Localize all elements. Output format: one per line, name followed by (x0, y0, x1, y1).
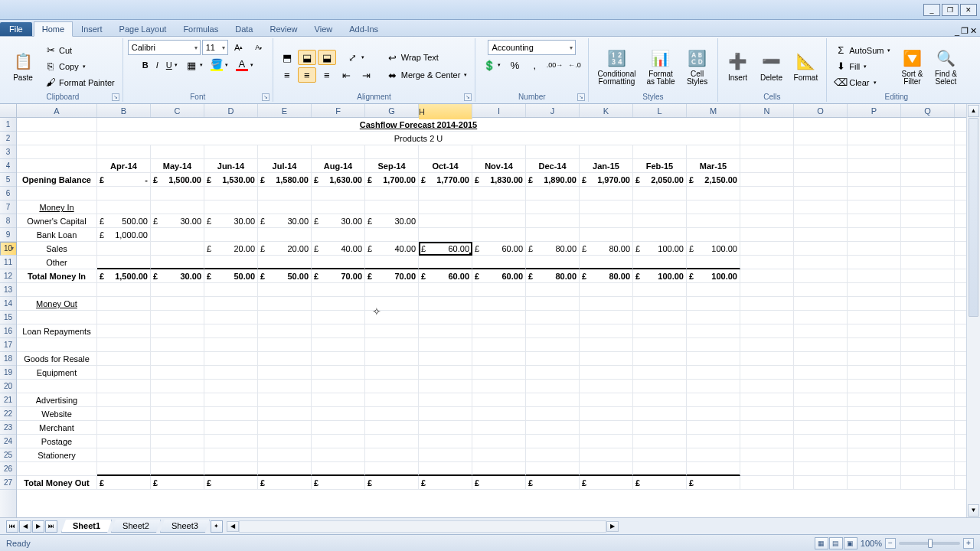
align-center-button[interactable]: ≡ (298, 67, 316, 83)
cell[interactable]: £ (97, 476, 151, 490)
file-tab[interactable]: File (0, 22, 32, 36)
title-cell[interactable]: Cashflow Forecast 2014-2015 (97, 118, 740, 132)
row-header-12[interactable]: 12 (0, 269, 16, 283)
cell[interactable] (687, 145, 740, 159)
cell[interactable] (312, 311, 365, 324)
col-header-P[interactable]: P (848, 104, 901, 117)
cell[interactable]: £30.00 (151, 214, 204, 228)
cell[interactable]: £70.00 (365, 269, 419, 283)
row-header-15[interactable]: 15 (0, 311, 16, 324)
number-format-select[interactable]: Accounting (488, 40, 576, 55)
cell[interactable] (740, 118, 794, 132)
increase-indent-button[interactable]: ⇥ (358, 67, 376, 83)
vertical-scrollbar[interactable]: ▲ ▼ (966, 104, 980, 517)
cell[interactable] (901, 145, 955, 159)
cell[interactable] (419, 311, 472, 324)
cell[interactable] (365, 145, 419, 159)
cell[interactable] (794, 352, 848, 366)
cell[interactable] (687, 393, 740, 407)
cell[interactable] (633, 421, 687, 435)
cell[interactable] (848, 118, 901, 132)
col-header-D[interactable]: D (204, 104, 258, 117)
cell[interactable] (97, 201, 151, 214)
cell[interactable] (794, 297, 848, 311)
comma-button[interactable]: , (525, 57, 544, 73)
row-label[interactable]: Other (17, 256, 97, 269)
align-top-button[interactable]: ⬒ (278, 50, 296, 65)
cell[interactable] (848, 448, 901, 462)
cell[interactable] (97, 380, 151, 393)
cell[interactable] (687, 228, 740, 242)
row-header-2[interactable]: 2 (0, 132, 16, 145)
cell[interactable] (633, 297, 687, 311)
cell[interactable]: £30.00 (258, 214, 312, 228)
row-header-3[interactable]: 3 (0, 145, 16, 159)
sheet-tab-sheet2[interactable]: Sheet2 (111, 520, 161, 533)
cell[interactable] (97, 283, 151, 297)
cell[interactable] (740, 393, 794, 407)
align-left-button[interactable]: ≡ (278, 67, 296, 83)
cell[interactable] (901, 297, 955, 311)
font-launcher[interactable]: ↘ (262, 93, 270, 101)
cell[interactable] (365, 311, 419, 324)
cell[interactable] (794, 201, 848, 214)
cell[interactable] (633, 187, 687, 201)
row-header-7[interactable]: 7 (0, 201, 16, 214)
cell[interactable] (901, 173, 955, 187)
cell[interactable] (901, 366, 955, 380)
row-header-25[interactable]: 25 (0, 448, 16, 462)
cell[interactable] (526, 366, 580, 380)
cell[interactable] (633, 228, 687, 242)
cell[interactable] (312, 187, 365, 201)
cell[interactable] (365, 366, 419, 380)
cell[interactable]: £100.00 (687, 242, 740, 256)
cell[interactable] (151, 242, 204, 256)
bold-button[interactable]: B (139, 57, 152, 73)
cell[interactable]: £ (687, 476, 740, 490)
orientation-button[interactable]: ⤢▾ (344, 50, 368, 65)
cell[interactable] (151, 201, 204, 214)
cell[interactable]: £50.00 (258, 269, 312, 283)
cell[interactable] (794, 269, 848, 283)
row-header-18[interactable]: 18 (0, 352, 16, 366)
cell[interactable] (794, 407, 848, 421)
cell[interactable] (633, 338, 687, 352)
cell[interactable] (687, 366, 740, 380)
font-color-button[interactable]: A▾ (233, 57, 256, 73)
row-label[interactable]: Postage (17, 435, 97, 448)
cell[interactable] (97, 366, 151, 380)
month-header[interactable] (17, 159, 97, 173)
ribbon-tab-add-ins[interactable]: Add-Ins (341, 21, 387, 36)
cell[interactable] (740, 380, 794, 393)
row-label[interactable] (17, 187, 97, 201)
row-label[interactable]: Money In (17, 201, 97, 214)
cell[interactable] (687, 256, 740, 269)
cell[interactable] (848, 338, 901, 352)
cell[interactable]: £ (419, 476, 472, 490)
cut-button[interactable]: ✂Cut (41, 43, 118, 58)
cell[interactable] (740, 145, 794, 159)
cell[interactable] (740, 448, 794, 462)
cell[interactable] (204, 187, 258, 201)
cell[interactable] (633, 435, 687, 448)
cell[interactable] (312, 201, 365, 214)
col-header-F[interactable]: F (312, 104, 365, 117)
cell[interactable] (526, 462, 580, 476)
cell[interactable] (848, 242, 901, 256)
cell[interactable] (580, 228, 633, 242)
cell[interactable] (419, 214, 472, 228)
cell[interactable] (901, 311, 955, 324)
scroll-up-button[interactable]: ▲ (968, 105, 979, 117)
cell[interactable] (97, 256, 151, 269)
month-header[interactable]: Feb-15 (633, 159, 687, 173)
cell[interactable] (419, 283, 472, 297)
cell[interactable] (258, 228, 312, 242)
cell[interactable]: £1,500.00 (151, 173, 204, 187)
cell[interactable] (740, 187, 794, 201)
month-header[interactable]: Mar-15 (687, 159, 740, 173)
copy-button[interactable]: ⎘Copy▾ (41, 59, 118, 74)
cell[interactable] (526, 145, 580, 159)
cell[interactable] (472, 352, 526, 366)
app-restore-button[interactable]: ❐ (942, 4, 959, 16)
cell[interactable] (151, 393, 204, 407)
